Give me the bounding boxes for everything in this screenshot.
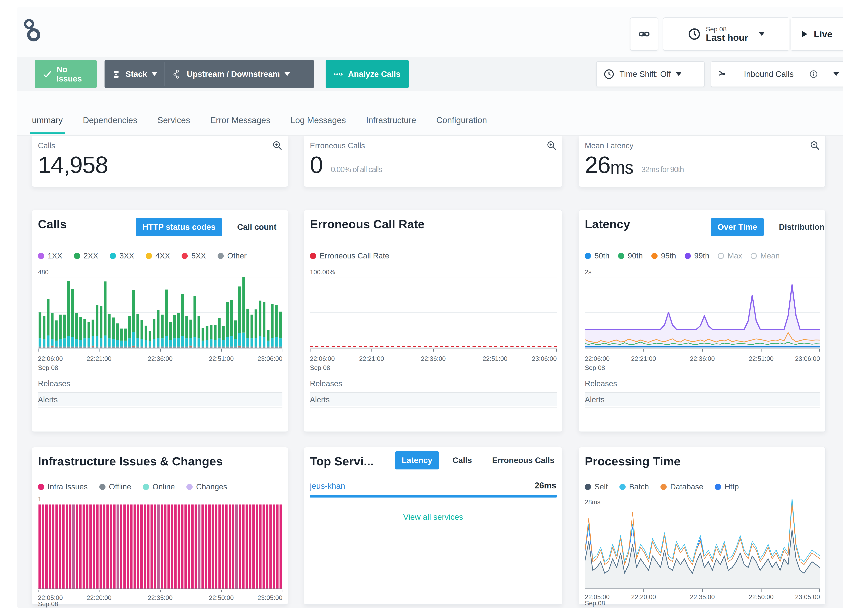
infra-chart[interactable]: [38, 505, 282, 588]
time-range-button[interactable]: Sep 08 Last hour: [663, 18, 789, 51]
legend-1xx[interactable]: 1XX: [38, 251, 62, 260]
toggle-calls[interactable]: Calls: [446, 451, 478, 469]
upstream-downstream-label: Upstream / Downstream: [187, 69, 280, 79]
alerts-lane-band: [38, 393, 282, 406]
legend-max[interactable]: Max: [718, 251, 742, 260]
x-axis-date: Sep 08: [585, 600, 605, 607]
legend-99th[interactable]: 99th: [685, 251, 710, 260]
stack-button[interactable]: Stack: [104, 60, 164, 88]
topology-icon: [173, 69, 182, 79]
tab-services[interactable]: Services: [157, 115, 190, 125]
legend-infra-issues[interactable]: Infra Issues: [38, 483, 88, 491]
service-link[interactable]: jeus-khan: [310, 481, 345, 491]
info-icon: [809, 70, 818, 78]
legend-batch[interactable]: Batch: [619, 483, 649, 491]
x-axis-ticks: [585, 349, 820, 352]
kpi-value: 00.00% of all calls: [310, 151, 382, 179]
legend-dot-icon: [146, 253, 152, 259]
releases-lane-label: Releases: [585, 379, 617, 388]
latency-chart[interactable]: [585, 277, 820, 348]
processing-legend: SelfBatchDatabaseHttp: [585, 483, 739, 491]
tab-log-messages[interactable]: Log Messages: [290, 115, 346, 125]
x-axis-ticks: [38, 349, 282, 352]
releases-lane-label: Releases: [310, 379, 342, 388]
no-issues-label: No Issues: [57, 65, 89, 84]
infra-legend: Infra IssuesOfflineOnlineChanges: [38, 483, 227, 491]
legend-mean[interactable]: Mean: [751, 251, 780, 260]
legend-2xx[interactable]: 2XX: [74, 251, 98, 260]
zoom-in-icon[interactable]: [546, 140, 557, 151]
time-shift-button[interactable]: Time Shift: Off: [596, 62, 705, 87]
legend-online[interactable]: Online: [143, 483, 175, 491]
toggle-latency[interactable]: Latency: [395, 451, 439, 469]
legend-label: 1XX: [48, 251, 62, 260]
legend-5xx[interactable]: 5XX: [182, 251, 206, 260]
live-button[interactable]: Live: [790, 18, 843, 51]
upstream-downstream-button[interactable]: Upstream / Downstream: [165, 60, 297, 88]
legend-label: Erroneous Call Rate: [320, 251, 389, 260]
legend-3xx[interactable]: 3XX: [110, 251, 134, 260]
toggle-http-status-codes[interactable]: HTTP status codes: [136, 218, 222, 236]
legend-other[interactable]: Other: [218, 251, 246, 260]
inbound-calls-button[interactable]: Inbound Calls: [711, 62, 843, 87]
calls-view-toggle: HTTP status codes Call count: [136, 218, 283, 236]
legend-label: Http: [724, 483, 739, 491]
legend-label: Other: [227, 251, 246, 260]
legend-dot-icon: [718, 253, 724, 259]
legend-90th[interactable]: 90th: [618, 251, 643, 260]
erroneous-chart[interactable]: [310, 277, 557, 348]
panel-title: Erroneous Call Rate: [310, 217, 425, 231]
legend-dot-icon: [38, 253, 44, 259]
legend-4xx[interactable]: 4XX: [146, 251, 170, 260]
legend-50th[interactable]: 50th: [585, 251, 610, 260]
panel-title: Infrastructure Issues & Changes: [38, 454, 223, 468]
zoom-in-icon[interactable]: [272, 140, 283, 151]
toggle-over-time[interactable]: Over Time: [711, 218, 764, 236]
tab-error-messages[interactable]: Error Messages: [210, 115, 270, 125]
calls-legend: 1XX2XX3XX4XX5XXOther: [38, 251, 246, 260]
legend-erroneous-call-rate[interactable]: Erroneous Call Rate: [310, 251, 389, 260]
link-icon: [639, 29, 649, 40]
legend-dot-icon: [186, 484, 193, 490]
toggle-erroneous-calls[interactable]: Erroneous Calls: [485, 451, 561, 469]
tab-configuration[interactable]: Configuration: [436, 115, 487, 125]
toggle-call-count[interactable]: Call count: [230, 218, 283, 236]
share-link-button[interactable]: [630, 18, 658, 51]
no-issues-button[interactable]: No Issues: [35, 60, 97, 88]
legend-http[interactable]: Http: [715, 483, 739, 491]
legend-label: Mean: [760, 251, 780, 260]
analyze-calls-button[interactable]: Analyze Calls: [325, 60, 409, 88]
kpi-title: Erroneous Calls: [310, 141, 365, 150]
time-shift-label: Time Shift: Off: [619, 69, 671, 79]
legend-offline[interactable]: Offline: [99, 483, 131, 491]
view-all-services-link[interactable]: View all services: [304, 512, 562, 522]
chevron-down-icon: [834, 72, 839, 76]
legend-self[interactable]: Self: [585, 483, 608, 491]
legend-changes[interactable]: Changes: [186, 483, 227, 491]
toggle-distribution[interactable]: Distribution: [773, 218, 831, 236]
app-icon: [22, 18, 41, 43]
panel-top-services: Top Servi... Latency Calls Erroneous Cal…: [304, 447, 562, 604]
tab-dependencies[interactable]: Dependencies: [83, 115, 137, 125]
legend-database[interactable]: Database: [660, 483, 703, 491]
legend-label: Online: [152, 483, 175, 491]
kpi-value: 26ms32ms for 90th: [585, 151, 684, 179]
calls-chart[interactable]: [38, 277, 282, 348]
alerts-lane-label: Alerts: [38, 395, 58, 404]
zoom-in-icon[interactable]: [809, 140, 820, 151]
tab-infrastructure[interactable]: Infrastructure: [366, 115, 416, 125]
alerts-lane-band: [585, 393, 820, 406]
kpi-card-mean-latency: Mean Latency 26ms32ms for 90th: [579, 136, 825, 187]
stack-icon: [112, 70, 121, 79]
kpi-card-calls: Calls 14,958: [32, 136, 288, 187]
kpi-subtext: 0.00% of all calls: [323, 165, 382, 179]
legend-label: 4XX: [155, 251, 170, 260]
legend-label: Offline: [109, 483, 131, 491]
x-axis: [38, 588, 282, 589]
processing-chart[interactable]: [585, 499, 820, 588]
x-axis: [310, 348, 557, 349]
legend-95th[interactable]: 95th: [651, 251, 676, 260]
tab-summary[interactable]: ummary: [32, 115, 63, 125]
legend-label: 90th: [628, 251, 643, 260]
y-axis-max-label: 2s: [585, 268, 592, 276]
